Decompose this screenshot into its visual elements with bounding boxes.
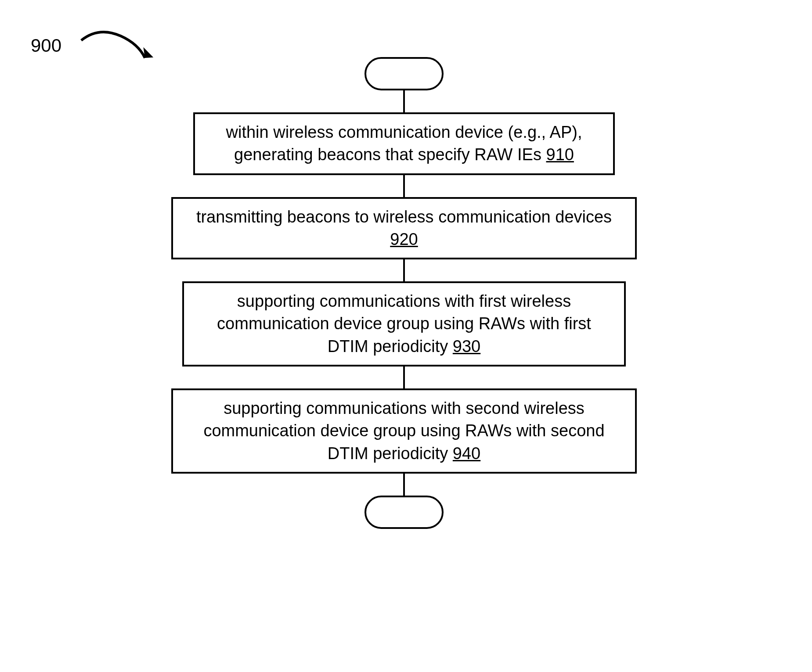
process-text: within wireless communication device (e.… [226, 123, 582, 164]
process-text: transmitting beacons to wireless communi… [196, 208, 612, 226]
start-terminator [364, 57, 444, 90]
curved-arrow-icon [77, 23, 165, 67]
flowchart-container: within wireless communication device (e.… [171, 57, 637, 529]
step-reference-number: 940 [453, 444, 480, 463]
step-reference-number: 930 [453, 337, 480, 356]
process-step-920: transmitting beacons to wireless communi… [171, 197, 637, 260]
flow-connector [403, 175, 405, 197]
process-step-930: supporting communications with first wir… [182, 281, 626, 367]
flow-connector [403, 90, 405, 112]
process-step-910: within wireless communication device (e.… [193, 112, 615, 175]
svg-marker-0 [139, 47, 155, 62]
flow-connector [403, 367, 405, 388]
end-terminator [364, 496, 444, 529]
flow-connector [403, 474, 405, 496]
step-reference-number: 920 [390, 230, 418, 248]
process-text: supporting communications with first wir… [217, 292, 591, 356]
process-step-940: supporting communications with second wi… [171, 388, 637, 474]
step-reference-number: 910 [546, 145, 574, 164]
flow-connector [403, 259, 405, 281]
process-text: supporting communications with second wi… [203, 399, 604, 463]
figure-number-label: 900 [31, 35, 61, 56]
